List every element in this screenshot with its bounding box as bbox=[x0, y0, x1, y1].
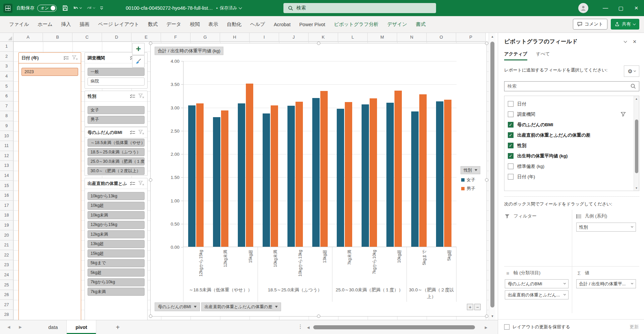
bar-男子-2[interactable] bbox=[246, 84, 253, 247]
slicer-item-30.0～（肥満（２度以上）[interactable]: 30.0～（肥満（２度以上） bbox=[88, 167, 145, 175]
field-list-scroll-up[interactable]: ▲ bbox=[634, 96, 639, 101]
slicer-item-10kg未満[interactable]: 10kg未満 bbox=[88, 211, 145, 219]
bar-女子-0[interactable] bbox=[188, 105, 196, 247]
slicer-item-男子[interactable]: 男子 bbox=[88, 116, 145, 124]
chart-selection-handle[interactable] bbox=[149, 42, 152, 45]
bar-女子-8[interactable] bbox=[386, 103, 394, 247]
row-header-18[interactable]: 18 bbox=[0, 210, 13, 221]
ribbon-tab-デザイン[interactable]: デザイン bbox=[383, 21, 411, 28]
ribbon-tab-ページ レイアウト[interactable]: ページ レイアウト bbox=[94, 21, 144, 28]
sheet-tab-data[interactable]: data bbox=[40, 320, 67, 334]
quick-access-menu-icon[interactable] bbox=[100, 6, 104, 10]
pane-tab-アクティブ[interactable]: アクティブ bbox=[504, 51, 527, 60]
row-header-22[interactable]: 22 bbox=[0, 250, 13, 260]
undo-icon[interactable] bbox=[73, 5, 82, 11]
ribbon-tab-ピボットグラフ分析[interactable]: ピボットグラフ分析 bbox=[330, 21, 383, 28]
field-list-scroll-down[interactable]: ▼ bbox=[634, 185, 639, 191]
vertical-scroll-thumb[interactable] bbox=[490, 42, 494, 307]
clear-filter-icon[interactable] bbox=[138, 129, 145, 136]
row-header-3[interactable]: 3 bbox=[0, 61, 13, 71]
field-checkbox[interactable]: ✓ bbox=[508, 122, 514, 128]
column-header-J[interactable]: J bbox=[279, 33, 309, 42]
column-header-D[interactable]: D bbox=[102, 33, 131, 42]
bar-女子-1[interactable] bbox=[213, 117, 220, 247]
slicer-item-一般[interactable]: 一般 bbox=[88, 68, 145, 76]
column-header-P[interactable]: P bbox=[456, 33, 486, 42]
sheet-tab-pivot[interactable]: pivot bbox=[67, 320, 96, 334]
slicer-item-7kgから10kg[interactable]: 7kgから10kg bbox=[88, 278, 145, 286]
row-header-15[interactable]: 15 bbox=[0, 181, 13, 191]
row-header-6[interactable]: 6 bbox=[0, 91, 13, 101]
field-list-scrollbar[interactable]: ▲ ▼ bbox=[634, 96, 639, 191]
pane-close-icon[interactable]: × bbox=[630, 38, 639, 46]
chart-selection-handle[interactable] bbox=[317, 42, 320, 45]
close-button[interactable]: × bbox=[629, 0, 644, 16]
row-header-10[interactable]: 10 bbox=[0, 131, 13, 141]
slicer-item-18.5～25.0未満（ふつう）[interactable]: 18.5～25.0未満（ふつう） bbox=[88, 148, 145, 156]
column-header-K[interactable]: K bbox=[309, 33, 338, 42]
multi-select-icon[interactable] bbox=[129, 129, 136, 136]
slicer-item-2023[interactable]: 2023 bbox=[21, 68, 78, 76]
clear-filter-icon[interactable] bbox=[71, 55, 78, 61]
ribbon-tab-書式[interactable]: 書式 bbox=[412, 21, 430, 28]
ribbon-tab-ヘルプ[interactable]: ヘルプ bbox=[246, 21, 270, 28]
bar-女子-7[interactable] bbox=[362, 104, 369, 247]
row-header-24[interactable]: 24 bbox=[0, 270, 13, 280]
field-row-標準偏差 (kg)[interactable]: 標準偏差 (kg) bbox=[508, 161, 639, 172]
slicer-item-7kg未満[interactable]: 7kg未満 bbox=[88, 288, 145, 296]
ribbon-tab-数式[interactable]: 数式 bbox=[144, 21, 162, 28]
column-header-M[interactable]: M bbox=[368, 33, 397, 42]
pane-collapse-icon[interactable] bbox=[621, 38, 630, 46]
multi-select-icon[interactable] bbox=[129, 180, 136, 187]
ribbon-tab-校閲[interactable]: 校閲 bbox=[185, 21, 204, 28]
area-field-chip-合計 / 出生時の体重平...[interactable]: 合計 / 出生時の体重平... bbox=[576, 279, 636, 288]
bar-女子-4[interactable] bbox=[287, 106, 295, 247]
slicer-item-15kg超[interactable]: 15kg超 bbox=[88, 249, 145, 257]
pivot-chart[interactable]: 合計 / 出生時の体重平均値 (kg) 0.000.501.001.502.00… bbox=[150, 43, 487, 317]
column-header-I[interactable]: I bbox=[250, 33, 279, 42]
slicer-item-10kg超[interactable]: 10kg超 bbox=[88, 202, 145, 210]
axis-field-button-出産直前の体重とふだんの体重の差[interactable]: 出産直前の体重とふだんの体重の差 bbox=[201, 302, 281, 311]
slicer-item-5kgまで[interactable]: 5kgまで bbox=[88, 259, 145, 267]
column-header-N[interactable]: N bbox=[397, 33, 427, 42]
bar-女子-3[interactable] bbox=[263, 113, 270, 247]
field-list-scroll-thumb[interactable] bbox=[635, 120, 638, 173]
slicer-日付 (年)[interactable]: 日付 (年)2023 bbox=[18, 52, 81, 320]
scroll-down-arrow[interactable]: ▼ bbox=[489, 313, 496, 320]
field-checkbox[interactable] bbox=[508, 111, 514, 117]
bar-男子-0[interactable] bbox=[196, 103, 204, 247]
sheet-nav-right-icon[interactable]: ▶ bbox=[19, 325, 21, 329]
account-avatar[interactable] bbox=[578, 3, 588, 13]
chart-zoom-in-button[interactable]: + bbox=[467, 304, 473, 310]
field-row-日付 (年)[interactable]: 日付 (年) bbox=[508, 172, 639, 182]
legend-area[interactable]: 凡例 (系列) 性別 bbox=[572, 210, 640, 266]
scroll-left-arrow[interactable]: ◀ bbox=[305, 326, 311, 329]
chart-selection-handle[interactable] bbox=[485, 178, 488, 182]
bar-男子-9[interactable] bbox=[419, 94, 427, 247]
bar-男子-6[interactable] bbox=[345, 102, 352, 247]
autosave-toggle[interactable]: オン bbox=[37, 5, 57, 12]
row-header-20[interactable]: 20 bbox=[0, 230, 13, 240]
document-title[interactable]: 00100-cfa-00450272-hyo46-78-full-list… bbox=[126, 5, 213, 11]
row-header-14[interactable]: 14 bbox=[0, 171, 13, 181]
ribbon-tab-表示[interactable]: 表示 bbox=[204, 21, 222, 28]
ribbon-tab-挿入[interactable]: 挿入 bbox=[57, 21, 75, 28]
ribbon-tab-ホーム[interactable]: ホーム bbox=[33, 21, 57, 28]
row-header-28[interactable]: 28 bbox=[0, 310, 13, 320]
row-header-4[interactable]: 4 bbox=[0, 71, 13, 82]
row-header-23[interactable]: 23 bbox=[0, 260, 13, 270]
field-checkbox[interactable] bbox=[508, 163, 514, 169]
chart-elements-button[interactable]: + bbox=[132, 43, 145, 55]
bar-男子-1[interactable] bbox=[221, 110, 228, 247]
chart-selection-handle[interactable] bbox=[149, 178, 152, 182]
bar-女子-10[interactable] bbox=[436, 101, 443, 247]
row-header-21[interactable]: 21 bbox=[0, 240, 13, 250]
slicer-item-病院[interactable]: 病院 bbox=[88, 78, 145, 86]
redo-icon[interactable] bbox=[86, 5, 95, 11]
chart-value-field-button[interactable]: 合計 / 出生時の体重平均値 (kg) bbox=[155, 47, 223, 55]
vertical-scrollbar[interactable]: ▲ ▼ bbox=[489, 33, 495, 320]
field-checkbox[interactable]: ✓ bbox=[508, 132, 514, 138]
bar-女子-5[interactable] bbox=[312, 98, 320, 247]
legend-field-button[interactable]: 性別 bbox=[461, 166, 480, 174]
slicer-item-5kg超[interactable]: 5kg超 bbox=[88, 269, 145, 277]
